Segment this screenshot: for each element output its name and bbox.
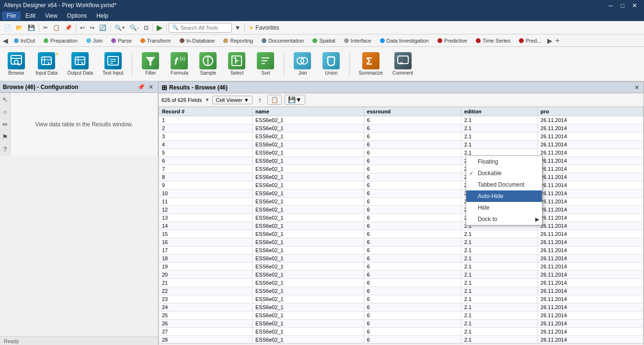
copy-results-button[interactable]: 📋 <box>267 95 282 105</box>
circle-icon[interactable]: ○ <box>2 107 8 117</box>
cell-r21-c1: ESS6e02_1 <box>253 279 364 287</box>
cat-add-button[interactable]: + <box>554 35 561 46</box>
ctx-dockable[interactable]: ✓ Dockable <box>466 167 542 179</box>
tool-browse[interactable]: Browse <box>4 50 29 78</box>
flag-icon[interactable]: ⚑ <box>1 132 9 142</box>
cat-tab-predictive[interactable]: Predictive <box>434 37 471 45</box>
results-h-scrollbar[interactable] <box>159 343 644 345</box>
tool-union[interactable]: Union <box>319 50 344 78</box>
copy-button[interactable]: 📋 <box>51 23 62 32</box>
text-input-icon <box>104 52 122 69</box>
tool-select[interactable]: Select <box>224 50 249 78</box>
cat-tab-documentation[interactable]: Documentation <box>258 37 308 45</box>
zoom-in-button[interactable]: 🔍+ <box>113 23 127 32</box>
undo-button[interactable]: ↩ <box>78 23 87 32</box>
cat-tab-transform[interactable]: Transform <box>137 37 175 45</box>
save-results-button[interactable]: 💾▼ <box>285 95 305 105</box>
tool-sample[interactable]: Sample <box>196 50 220 78</box>
ctx-tabbed-document[interactable]: Tabbed Document <box>466 179 542 190</box>
minimize-button[interactable]: ─ <box>606 2 616 9</box>
zoom-out-button[interactable]: 🔍- <box>128 23 141 32</box>
results-table-wrap[interactable]: Record # name essround edition pro 1ESS6… <box>159 107 644 343</box>
refresh-button[interactable]: 🔄 <box>97 23 108 32</box>
output-data-icon <box>71 52 89 69</box>
cat-tab-preparation[interactable]: Preparation <box>40 37 81 45</box>
union-icon <box>322 52 340 69</box>
favorites-button[interactable]: ★ Favorites <box>247 23 281 32</box>
new-button[interactable]: 📄 <box>2 23 13 32</box>
table-row: 14ESS6e02_162.126.11.2014 <box>159 222 644 230</box>
search-icon: 🔍 <box>172 24 179 31</box>
ctx-auto-hide[interactable]: Auto-Hide <box>466 190 542 202</box>
cursor-icon[interactable]: ↖ <box>1 95 9 104</box>
tool-sort[interactable]: Sort <box>253 50 278 78</box>
pencil-icon[interactable]: ✏ <box>1 120 9 129</box>
paste-button[interactable]: 📌 <box>63 23 74 32</box>
cell-r28-c4: 26.11.2014 <box>538 336 644 344</box>
cat-nav-left[interactable]: ◀ <box>2 36 9 45</box>
tool-join[interactable]: Join <box>290 50 315 78</box>
ctx-hide[interactable]: Hide <box>466 202 542 213</box>
results-title: Results - Browse (46) <box>169 84 228 91</box>
tool-text-input[interactable]: Text Input <box>100 50 126 78</box>
cat-nav-right[interactable]: ▶ <box>546 36 553 45</box>
cat-tab-indatabase[interactable]: In-Database <box>176 37 219 45</box>
search-dropdown-button[interactable]: ▼ <box>233 23 242 32</box>
tool-filter[interactable]: Filter <box>138 50 163 78</box>
pin-button[interactable]: 📌 <box>136 84 146 90</box>
cell-r10-c0: 10 <box>159 189 253 198</box>
cat-tab-interface[interactable]: Interface <box>340 37 375 45</box>
search-input[interactable] <box>181 25 229 31</box>
cell-r15-c2: 6 <box>364 230 461 238</box>
cat-dot-spatial <box>312 38 317 43</box>
ctx-dock-to[interactable]: Dock to ▶ <box>466 213 542 225</box>
cat-tab-parse[interactable]: Parse <box>107 37 136 45</box>
cell-r2-c1: ESS6e02_1 <box>253 124 364 133</box>
cell-r27-c4: 26.11.2014 <box>538 328 644 336</box>
redo-button[interactable]: ↪ <box>88 23 96 32</box>
close-browse-config-button[interactable]: ✕ <box>147 84 155 90</box>
cell-r24-c1: ESS6e02_1 <box>253 303 364 312</box>
save-button[interactable]: 💾 <box>26 23 37 32</box>
cut-button[interactable]: ✂ <box>41 23 50 32</box>
open-button[interactable]: 📂 <box>14 23 25 32</box>
scroll-top-button[interactable]: ↑ <box>255 95 264 105</box>
cell-r9-c4: 26.11.2014 <box>538 181 644 189</box>
close-button[interactable]: ✕ <box>629 2 640 9</box>
cell-r10-c2: 6 <box>364 189 461 198</box>
cat-tab-datainvestigation[interactable]: Data Investigation <box>376 37 433 45</box>
cat-tab-reporting[interactable]: Reporting <box>219 37 257 45</box>
question-icon[interactable]: ? <box>2 145 8 154</box>
menu-view[interactable]: View <box>40 11 62 20</box>
ctx-floating[interactable]: Floating <box>466 156 542 167</box>
run-button[interactable]: ▶ <box>155 22 164 33</box>
cell-r5-c2: 6 <box>364 149 461 157</box>
cell-r17-c2: 6 <box>364 246 461 255</box>
col-header-record: Record # <box>159 107 253 116</box>
menu-help[interactable]: Help <box>92 11 113 20</box>
menu-file[interactable]: File <box>2 11 21 20</box>
tool-summarize[interactable]: Σ Summarize <box>356 50 386 78</box>
cat-tab-pred[interactable]: Pred... <box>515 37 545 45</box>
menu-edit[interactable]: Edit <box>21 11 40 20</box>
fit-button[interactable]: ⊡ <box>142 23 150 32</box>
cat-tab-timeseries[interactable]: Time Series <box>472 37 514 45</box>
tool-comment[interactable]: Comment <box>390 50 416 78</box>
tool-input-data[interactable]: ★ Input Data <box>33 50 60 78</box>
cat-tab-spatial[interactable]: Spatial <box>309 37 339 45</box>
cell-r24-c2: 6 <box>364 303 461 312</box>
cell-viewer-button[interactable]: Cell Viewer ▼ <box>212 96 252 104</box>
tool-formula[interactable]: f(x) Formula <box>167 50 192 78</box>
tool-output-data[interactable]: Output Data <box>64 50 96 78</box>
cell-r9-c0: 9 <box>159 181 253 189</box>
cat-tab-inout[interactable]: In/Out <box>10 37 39 45</box>
cell-r25-c3: 2.1 <box>461 312 537 320</box>
restore-button[interactable]: □ <box>618 2 627 9</box>
menu-options[interactable]: Options <box>62 11 92 20</box>
results-and-canvas: ⊞ Results - Browse (46) ✕ 626 of 626 Fie… <box>158 81 644 345</box>
cat-dot-join <box>86 38 91 43</box>
table-row: 27ESS6e02_162.126.11.2014 <box>159 328 644 336</box>
cat-tab-join[interactable]: Join <box>82 37 106 45</box>
cell-r1-c1: ESS6e02_1 <box>253 116 364 124</box>
results-close-button[interactable]: ✕ <box>633 84 641 91</box>
